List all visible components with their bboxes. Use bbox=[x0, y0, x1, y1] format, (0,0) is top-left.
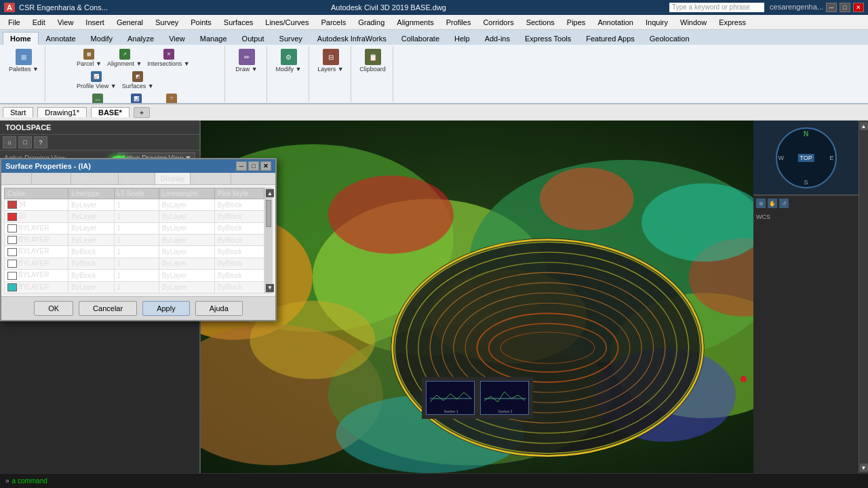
menu-edit[interactable]: Edit bbox=[27, 17, 51, 28]
tab-help[interactable]: Help bbox=[447, 32, 477, 45]
profile-button[interactable]: 📊 Profile ▼ bbox=[122, 92, 151, 104]
tab-modify[interactable]: Modify bbox=[83, 32, 120, 45]
zoom-control-icon[interactable]: ⊕ bbox=[756, 199, 766, 208]
table-row[interactable]: BYLAYER ByBlock 1 ByLayer ByBlock bbox=[5, 246, 264, 258]
dialog-scrollbar[interactable]: ▲ ▼ bbox=[264, 188, 273, 293]
modify-button[interactable]: ⚙ Modify ▼ bbox=[274, 47, 304, 74]
dialog-tab-triangles[interactable]: Triangles bbox=[32, 173, 71, 184]
profile-view-button[interactable]: 📈 Profile View ▼ bbox=[75, 70, 119, 91]
scroll-thumb[interactable] bbox=[266, 200, 271, 227]
menu-profiles[interactable]: Profiles bbox=[441, 17, 477, 28]
apply-button[interactable]: Apply bbox=[142, 301, 190, 316]
ts-new-button[interactable]: □ bbox=[18, 136, 32, 148]
tab-geolocation[interactable]: Geolocation bbox=[642, 32, 697, 45]
tab-featured-apps[interactable]: Featured Apps bbox=[578, 32, 642, 45]
tab-base[interactable]: BASE* bbox=[91, 107, 130, 117]
dialog-tab-points[interactable]: Points bbox=[1, 173, 32, 184]
tab-collaborate[interactable]: Collaborate bbox=[394, 32, 447, 45]
ts-home-button[interactable]: ⌂ bbox=[3, 136, 16, 148]
section-view-thumb-2[interactable]: Section 2 bbox=[480, 381, 529, 415]
tab-view[interactable]: View bbox=[161, 32, 193, 45]
scroll-down-viewport[interactable]: ▼ bbox=[860, 464, 868, 472]
table-row[interactable]: BYLAYER ByBlock 1 ByLayer ByBlock bbox=[5, 258, 264, 269]
tab-infraworks[interactable]: Autodesk InfraWorks bbox=[310, 32, 394, 45]
help-button[interactable]: Ajuda bbox=[195, 301, 243, 316]
menu-corridors[interactable]: Corridors bbox=[477, 17, 519, 28]
tab-home[interactable]: Home bbox=[3, 32, 39, 45]
table-row[interactable]: BYLAYER ByBlock 1 ByLayer ByBlock bbox=[5, 270, 264, 281]
tab-drawing1[interactable]: Drawing1* bbox=[37, 107, 87, 117]
tab-addins[interactable]: Add-ins bbox=[477, 32, 517, 45]
cell-plot-style: ByBlock bbox=[214, 258, 264, 269]
close-button[interactable]: ✕ bbox=[853, 3, 864, 12]
dialog-tab-watersheds[interactable]: Watersheds bbox=[71, 173, 119, 184]
table-row[interactable]: BYLAYER ByLayer 1 ByLayer ByBlock bbox=[5, 235, 264, 246]
menu-window[interactable]: Window bbox=[675, 17, 712, 28]
add-drawing-button[interactable]: + bbox=[134, 107, 150, 118]
command-line[interactable]: » a command bbox=[0, 473, 868, 488]
tab-annotate[interactable]: Annotate bbox=[39, 32, 83, 45]
table-row[interactable]: 20 ByLayer 1 ByLayer ByBlock bbox=[5, 211, 264, 222]
dialog-tab-analysis[interactable]: Analysis bbox=[119, 173, 155, 184]
cancel-button[interactable]: Cancelar bbox=[79, 301, 137, 316]
tab-output[interactable]: Output bbox=[235, 32, 272, 45]
alignment-button[interactable]: ↗ Alignment ▼ bbox=[105, 47, 144, 68]
search-box[interactable]: Type a keyword or phrase bbox=[669, 3, 764, 12]
minimize-button[interactable]: ─ bbox=[826, 3, 837, 12]
dialog-restore-button[interactable]: □ bbox=[248, 161, 259, 171]
titlebar: A CSR Engenharia & Cons... Autodesk Civi… bbox=[0, 0, 868, 15]
cell-lt-scale: 1 bbox=[114, 199, 159, 211]
menu-view[interactable]: View bbox=[52, 17, 79, 28]
menu-pipes[interactable]: Pipes bbox=[561, 17, 591, 28]
pan-control-icon[interactable]: ✋ bbox=[768, 199, 777, 208]
tab-survey[interactable]: Survey bbox=[272, 32, 310, 45]
table-row[interactable]: 34 ByLayer 1 ByLayer ByBlock bbox=[5, 199, 264, 211]
tab-express-tools[interactable]: Express Tools bbox=[517, 32, 578, 45]
viewport[interactable]: [-][Top][2D Wireframe] bbox=[201, 121, 753, 473]
menu-alignments[interactable]: Alignments bbox=[391, 17, 439, 28]
tab-analyze[interactable]: Analyze bbox=[120, 32, 161, 45]
menu-sections[interactable]: Sections bbox=[521, 17, 560, 28]
tab-start[interactable]: Start bbox=[3, 107, 33, 117]
menu-parcels[interactable]: Parcels bbox=[315, 17, 351, 28]
parcel-button[interactable]: ▦ Parcel ▼ bbox=[75, 47, 104, 68]
menu-inquiry[interactable]: Inquiry bbox=[640, 17, 673, 28]
menu-surfaces[interactable]: Surfaces bbox=[218, 17, 258, 28]
tab-manage[interactable]: Manage bbox=[193, 32, 235, 45]
ok-button[interactable]: OK bbox=[34, 301, 73, 316]
menu-general[interactable]: General bbox=[111, 17, 149, 28]
intersections-button[interactable]: ✕ Intersections ▼ bbox=[145, 47, 191, 68]
dialog-titlebar[interactable]: Surface Properties - (IA) ─ □ ✕ bbox=[1, 159, 275, 173]
menu-express[interactable]: Express bbox=[713, 17, 751, 28]
table-row[interactable]: BYLAYER ByLayer 1 ByLayer ByBlock bbox=[5, 222, 264, 234]
restore-button[interactable]: □ bbox=[840, 3, 850, 12]
menu-survey[interactable]: Survey bbox=[150, 17, 184, 28]
clipboard-button[interactable]: 📋 Clipboard bbox=[357, 47, 388, 74]
surfaces-button[interactable]: ◩ Surfaces ▼ bbox=[120, 70, 156, 91]
scroll-up-viewport[interactable]: ▲ bbox=[860, 122, 868, 130]
assembly-button[interactable]: ⊤ Assembly ▼ bbox=[153, 92, 191, 104]
feature-line-button[interactable]: — Feature Line ▼ bbox=[75, 92, 121, 104]
dialog-close-button[interactable]: ✕ bbox=[260, 161, 271, 171]
dialog-minimize-button[interactable]: ─ bbox=[236, 161, 247, 171]
viewport-scrollbar[interactable]: ▲ ▼ bbox=[859, 121, 868, 473]
menu-lines[interactable]: Lines/Curves bbox=[260, 17, 314, 28]
section-view-thumb-1[interactable]: Section 1 bbox=[426, 381, 475, 415]
cell-lineweight: ByLayer bbox=[159, 222, 214, 234]
scroll-up-button[interactable]: ▲ bbox=[266, 189, 274, 197]
menu-insert[interactable]: Insert bbox=[80, 17, 110, 28]
ts-help-button[interactable]: ? bbox=[34, 136, 47, 148]
draw-button[interactable]: ✏ Draw ▼ bbox=[233, 47, 259, 74]
table-row[interactable]: BYLAYER ByLayer 1 ByLayer ByBlock bbox=[5, 281, 264, 293]
menu-file[interactable]: File bbox=[3, 17, 26, 28]
dialog-tab-summary[interactable]: Summary bbox=[191, 173, 231, 184]
menu-annotation[interactable]: Annotation bbox=[592, 17, 639, 28]
layers-button[interactable]: ⊟ Layers ▼ bbox=[315, 47, 345, 74]
scroll-down-button[interactable]: ▼ bbox=[266, 284, 274, 292]
menu-grading[interactable]: Grading bbox=[353, 17, 390, 28]
orbit-control-icon[interactable]: ↺ bbox=[779, 199, 789, 208]
palettes-button[interactable]: ⊞ Palettes ▼ bbox=[7, 47, 41, 74]
menu-points[interactable]: Points bbox=[185, 17, 217, 28]
dialog-tab-display[interactable]: Display bbox=[155, 173, 191, 184]
compass-top-label: TOP bbox=[797, 154, 814, 162]
